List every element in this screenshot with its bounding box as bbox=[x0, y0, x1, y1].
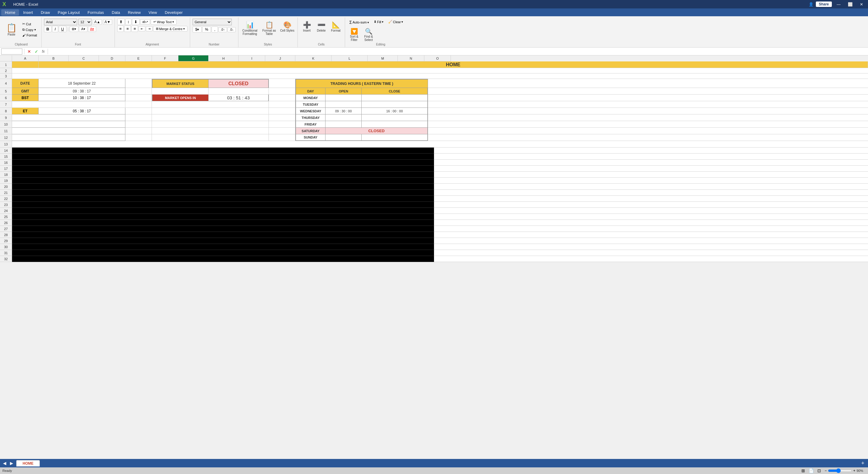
cell-home-title[interactable]: HOME bbox=[38, 61, 868, 68]
next-sheet-button[interactable]: ▶ bbox=[8, 460, 15, 466]
percent-button[interactable]: % bbox=[202, 27, 211, 33]
row-num-17[interactable]: 17 bbox=[0, 166, 12, 172]
row-num-8[interactable]: 8 bbox=[0, 108, 12, 114]
cell-l10-fri-close[interactable] bbox=[362, 121, 428, 128]
row-num-21[interactable]: 21 bbox=[0, 190, 12, 196]
row-num-27[interactable]: 27 bbox=[0, 226, 12, 232]
delete-button[interactable]: ➖ Delete bbox=[315, 20, 328, 33]
conditional-formatting-button[interactable]: 📊 Conditional Formatting bbox=[241, 20, 259, 37]
wrap-text-dropdown[interactable]: ▾ bbox=[173, 20, 174, 24]
zoom-slider[interactable] bbox=[828, 468, 852, 473]
auto-sum-dropdown[interactable]: ▾ bbox=[367, 21, 369, 24]
zoom-out-button[interactable]: − bbox=[825, 469, 827, 473]
align-middle-button[interactable]: ↕ bbox=[125, 19, 132, 25]
menu-page-layout[interactable]: Page Layout bbox=[54, 9, 84, 16]
zoom-plus-button[interactable]: + bbox=[853, 469, 855, 473]
cell-k5-open-header[interactable]: OPEN bbox=[326, 88, 362, 95]
cell-a4-date-label[interactable]: DATE bbox=[12, 79, 38, 88]
col-header-b[interactable]: B bbox=[38, 56, 69, 61]
insert-function-icon[interactable]: fx bbox=[41, 49, 46, 54]
fill-color-button[interactable]: A▾ bbox=[79, 26, 87, 32]
cell-k10-fri-open[interactable] bbox=[326, 121, 362, 128]
number-format-select[interactable]: General bbox=[193, 19, 232, 25]
row-num-4[interactable]: 4 bbox=[0, 79, 12, 88]
cell-h5[interactable] bbox=[209, 88, 269, 95]
col-header-j[interactable]: J bbox=[265, 56, 296, 61]
col-header-n[interactable]: N bbox=[398, 56, 424, 61]
row-num-26[interactable]: 26 bbox=[0, 220, 12, 226]
copy-dropdown-icon[interactable]: ▾ bbox=[34, 28, 36, 31]
align-center-button[interactable]: ≡ bbox=[124, 26, 131, 32]
row-num-3[interactable]: 3 bbox=[0, 73, 12, 79]
menu-draw[interactable]: Draw bbox=[37, 9, 53, 16]
clear-button[interactable]: 🧹 Clear ▾ bbox=[386, 19, 405, 24]
menu-view[interactable]: View bbox=[145, 9, 161, 16]
cell-j7-tuesday[interactable]: TUESDAY bbox=[296, 101, 326, 108]
menu-home[interactable]: Home bbox=[1, 9, 19, 16]
cell-e4[interactable] bbox=[125, 79, 152, 88]
cell-h6-opens-value[interactable]: 03 : 51 : 43 bbox=[209, 95, 269, 101]
col-header-o[interactable]: O bbox=[424, 56, 451, 61]
increase-indent-button[interactable]: ⇥ bbox=[146, 26, 153, 31]
row-num-9[interactable]: 9 bbox=[0, 114, 12, 121]
copy-button[interactable]: ⧉ Copy ▾ bbox=[21, 27, 39, 32]
menu-review[interactable]: Review bbox=[124, 9, 144, 16]
normal-view-button[interactable]: ⊞ bbox=[800, 468, 806, 473]
fill-dropdown[interactable]: ▾ bbox=[382, 20, 383, 24]
row-num-24[interactable]: 24 bbox=[0, 208, 12, 214]
formula-input[interactable]: =IF(AND(VLOOKUP(B4,ALGORITHM!D5:ALGORITH… bbox=[50, 49, 867, 54]
align-top-button[interactable]: ⬆ bbox=[117, 19, 125, 25]
decrease-indent-button[interactable]: ⇤ bbox=[138, 26, 145, 31]
sort-filter-button[interactable]: 🔽 Sort & Filter bbox=[347, 27, 361, 43]
cell-j5-day-header[interactable]: DAY bbox=[296, 88, 326, 95]
row-num-13[interactable]: 13 bbox=[0, 141, 12, 147]
bold-button[interactable]: B bbox=[44, 26, 52, 32]
cancel-formula-icon[interactable]: ✕ bbox=[26, 49, 32, 54]
find-select-button[interactable]: 🔍 Find & Select bbox=[362, 27, 375, 43]
col-header-e[interactable]: E bbox=[125, 56, 152, 61]
border-button[interactable]: ⊞▾ bbox=[70, 26, 79, 32]
cell-k9-thu-open[interactable] bbox=[326, 114, 362, 121]
auto-sum-button[interactable]: Σ Auto-sum ▾ bbox=[347, 19, 371, 25]
font-family-select[interactable]: Arial bbox=[44, 19, 77, 25]
format-painter-button[interactable]: 🖌 Format bbox=[21, 33, 39, 38]
currency-button[interactable]: $▾ bbox=[193, 27, 202, 33]
row-num-2[interactable]: 2 bbox=[0, 68, 12, 73]
font-color-button[interactable]: A▾ bbox=[88, 26, 96, 32]
col-header-i[interactable]: I bbox=[239, 56, 265, 61]
row-num-25[interactable]: 25 bbox=[0, 214, 12, 220]
cell-b6-bst-value[interactable]: 10 : 38 : 17 bbox=[38, 95, 125, 101]
underline-button[interactable]: U bbox=[59, 26, 66, 32]
angle-text-button[interactable]: ab↗ bbox=[140, 19, 150, 24]
cell-i5[interactable] bbox=[269, 88, 296, 95]
cell-a6-bst-label[interactable]: BST bbox=[12, 95, 38, 101]
row-num-14[interactable]: 14 bbox=[0, 147, 12, 154]
cell-k8-wed-open[interactable]: 09 : 30 : 00 bbox=[326, 108, 362, 114]
menu-formulas[interactable]: Formulas bbox=[84, 9, 107, 16]
cell-k11-sat-closed[interactable]: CLOSED bbox=[326, 128, 428, 134]
row-num-28[interactable]: 28 bbox=[0, 232, 12, 238]
merge-center-button[interactable]: ⊞ Merge & Centre ▾ bbox=[153, 26, 187, 32]
italic-button[interactable]: I bbox=[52, 26, 58, 32]
menu-insert[interactable]: Insert bbox=[20, 9, 37, 16]
row-num-12[interactable]: 12 bbox=[0, 134, 12, 141]
confirm-formula-icon[interactable]: ✓ bbox=[33, 49, 39, 54]
row-num-1[interactable]: 1 bbox=[0, 61, 12, 68]
row-num-19[interactable]: 19 bbox=[0, 178, 12, 184]
menu-developer[interactable]: Developer bbox=[161, 9, 186, 16]
cell-f6-opens-label[interactable]: MARKET OPENS IN bbox=[152, 95, 209, 101]
row-num-15[interactable]: 15 bbox=[0, 154, 12, 160]
row-num-32[interactable]: 32 bbox=[0, 256, 12, 262]
col-header-g[interactable]: G bbox=[179, 56, 209, 61]
window-close[interactable]: ✕ bbox=[858, 2, 866, 7]
cell-k12-sun-open[interactable] bbox=[326, 134, 362, 141]
col-header-m[interactable]: M bbox=[368, 56, 398, 61]
cell-j11-saturday[interactable]: SATURDAY bbox=[296, 128, 326, 134]
cell-styles-button[interactable]: 🎨 Cell Styles bbox=[279, 20, 295, 33]
paste-button[interactable]: 📋 Paste bbox=[4, 21, 19, 39]
cell-l8-wed-close[interactable]: 16 : 00 : 00 bbox=[362, 108, 428, 114]
cell-l6-monday-close[interactable] bbox=[362, 95, 428, 101]
insert-button[interactable]: ➕ Insert bbox=[300, 20, 313, 33]
cell-l5-close-header[interactable]: CLOSE bbox=[362, 88, 428, 95]
add-sheet-button[interactable]: + bbox=[859, 460, 867, 467]
